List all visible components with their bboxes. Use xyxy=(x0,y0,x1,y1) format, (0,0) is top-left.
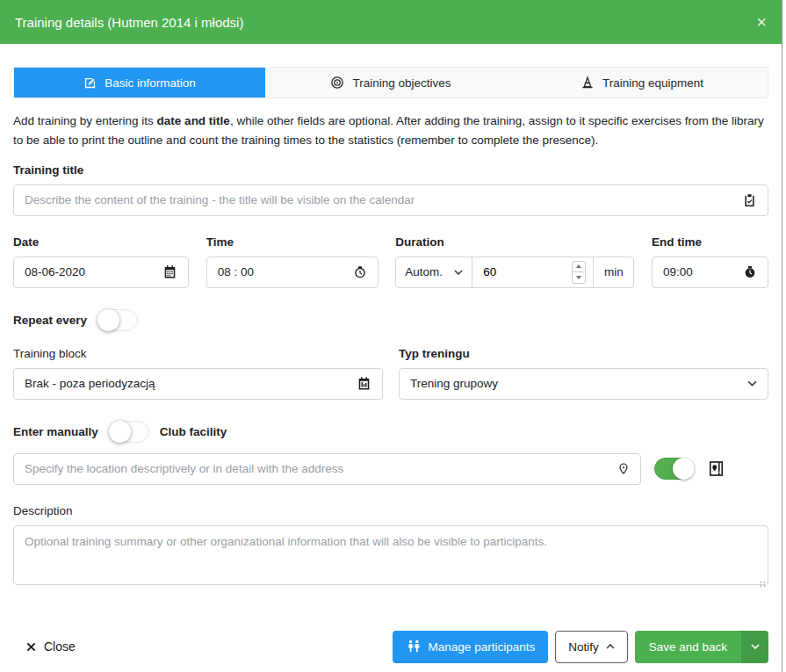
modal-header: Training details (Hutmen 2014 i młodsi) … xyxy=(0,0,782,44)
time-label: Time xyxy=(206,235,379,249)
date-label: Date xyxy=(13,235,189,249)
chevron-down-icon xyxy=(454,270,463,275)
duration-label: Duration xyxy=(395,235,634,249)
block-type-row: Training block Typ treningu Trening grup… xyxy=(13,347,768,400)
notify-button[interactable]: Notify xyxy=(555,631,628,663)
manage-participants-button[interactable]: Manage participants xyxy=(393,631,549,663)
duration-unit: min xyxy=(593,257,633,287)
description-textarea[interactable] xyxy=(13,525,768,585)
close-button[interactable]: Close xyxy=(13,639,76,654)
modal-footer: Close Manage participants Notify xyxy=(13,631,768,672)
tab-label: Training objectives xyxy=(352,76,451,90)
repeat-every-toggle[interactable] xyxy=(97,309,138,331)
training-block-field[interactable] xyxy=(13,368,383,400)
training-title-input[interactable] xyxy=(25,193,735,206)
datetime-row: Date Time Duration xyxy=(13,235,768,288)
tab-training-equipment[interactable]: Training equipment xyxy=(516,68,768,98)
repeat-every-label: Repeat every xyxy=(13,314,87,327)
tab-training-objectives[interactable]: Training objectives xyxy=(265,68,516,98)
description-label: Description xyxy=(13,504,768,517)
modal-title: Training details (Hutmen 2014 i młodsi) xyxy=(15,15,243,30)
enter-manually-label: Enter manually xyxy=(13,425,98,438)
duration-value-wrap xyxy=(472,257,593,287)
enter-manually-toggle[interactable] xyxy=(109,421,149,443)
edit-icon xyxy=(83,76,97,90)
tab-label: Basic information xyxy=(105,76,196,90)
training-title-section: Training title xyxy=(13,163,768,216)
time-input[interactable] xyxy=(218,265,346,278)
facility-map-book-icon[interactable] xyxy=(708,460,725,477)
repeat-row: Repeat every xyxy=(13,309,768,331)
save-options-dropdown[interactable] xyxy=(741,631,768,663)
calendar-icon[interactable] xyxy=(162,264,177,279)
location-mode-row: Enter manually Club facility xyxy=(13,421,768,443)
people-icon xyxy=(406,639,422,654)
training-block-label: Training block xyxy=(13,347,383,360)
tab-label: Training equipment xyxy=(602,76,703,90)
intro-text: Add training by entering its date and ti… xyxy=(13,112,768,150)
duration-input[interactable] xyxy=(483,265,572,278)
club-facility-label: Club facility xyxy=(160,425,227,438)
chevron-down-icon xyxy=(747,380,757,387)
tab-bar: Basic information Training objectives Tr… xyxy=(13,67,768,98)
end-time-field xyxy=(652,257,768,288)
location-input[interactable] xyxy=(25,462,610,475)
time-field xyxy=(206,257,379,288)
number-stepper[interactable] xyxy=(572,261,586,284)
stepper-down-icon[interactable] xyxy=(573,272,585,283)
stepper-up-icon[interactable] xyxy=(573,262,585,273)
training-type-label: Typ treningu xyxy=(399,347,768,360)
chevron-up-icon xyxy=(606,644,615,649)
duration-group: Autom. min xyxy=(395,257,634,288)
training-title-label: Training title xyxy=(13,163,768,177)
location-field xyxy=(13,453,641,485)
scrollbar[interactable] xyxy=(782,0,786,672)
periodization-calendar-icon[interactable] xyxy=(357,376,371,391)
x-icon xyxy=(26,642,36,652)
training-block-input[interactable] xyxy=(25,377,350,390)
cone-icon xyxy=(580,76,595,90)
map-pin-icon[interactable] xyxy=(617,461,630,476)
watch-filled-icon[interactable] xyxy=(743,264,757,279)
date-input[interactable] xyxy=(25,265,155,278)
description-section: Description xyxy=(13,504,768,589)
end-time-input[interactable] xyxy=(663,265,736,278)
location-row xyxy=(13,453,768,485)
training-title-field xyxy=(13,184,768,216)
clipboard-check-icon[interactable] xyxy=(742,192,757,208)
training-details-modal: Training details (Hutmen 2014 i młodsi) … xyxy=(0,0,782,672)
tab-basic-information[interactable]: Basic information xyxy=(14,68,265,98)
resize-handle[interactable] xyxy=(764,582,766,583)
end-time-label: End time xyxy=(652,235,768,249)
watch-icon[interactable] xyxy=(353,264,367,279)
target-icon xyxy=(330,76,344,90)
duration-mode-select[interactable]: Autom. xyxy=(396,257,472,287)
save-split-button: Save and back xyxy=(635,631,768,663)
chevron-down-icon xyxy=(751,644,760,649)
club-facility-toggle[interactable] xyxy=(654,458,695,480)
date-field xyxy=(13,257,189,288)
close-icon[interactable]: × xyxy=(756,13,767,31)
save-and-back-button[interactable]: Save and back xyxy=(635,631,741,663)
training-type-select[interactable]: Trening grupowy xyxy=(399,368,768,400)
